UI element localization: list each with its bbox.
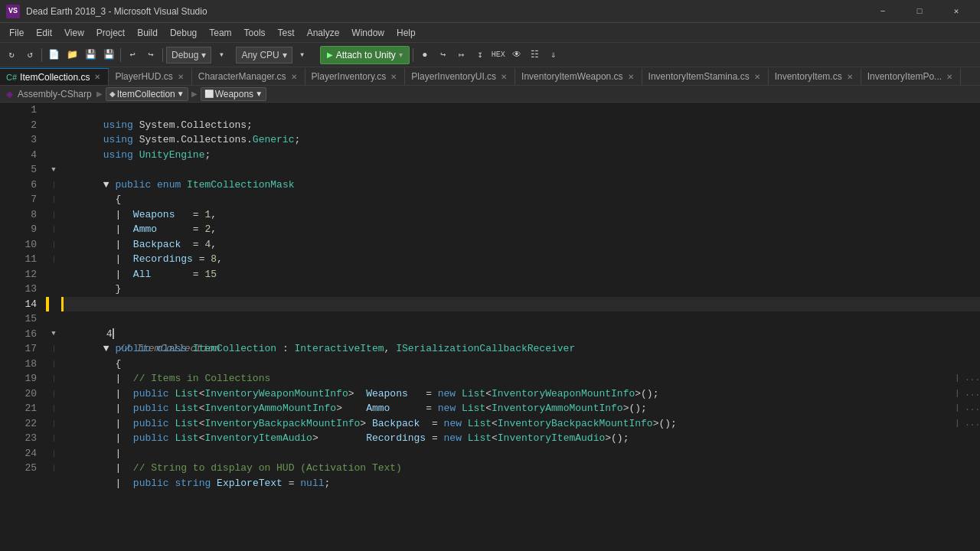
maximize-button[interactable]: □: [902, 0, 937, 23]
toolbar: ↻ ↺ 📄 📁 💾 💾 ↩ ↪ Debug ▾ ▾ Any CPU ▾ ▾ ▶ …: [0, 43, 980, 67]
breadcrumb-member-dropdown[interactable]: ⬜ Weapons ▼: [201, 87, 266, 101]
tab-close-icon[interactable]: ✕: [176, 72, 185, 82]
toolbar-watch-btn[interactable]: 👁: [508, 47, 525, 64]
tab-close-icon[interactable]: ✕: [945, 72, 954, 82]
gutter-5[interactable]: ▼: [46, 162, 61, 178]
code-editor[interactable]: 1 2 3 4 5 6 7 8 9 10 11 12 13 14 15 16 1…: [0, 103, 980, 551]
toolbar-hex-btn[interactable]: HEX: [490, 47, 507, 64]
tab-inventoryitemweapon[interactable]: InventoryItemWeapon.cs ✕: [515, 68, 642, 85]
gutter-24: ｜: [46, 446, 61, 461]
menu-test[interactable]: Test: [272, 24, 301, 41]
line-num-17: 17: [0, 341, 37, 357]
breadcrumb-symbol-dropdown[interactable]: ◆ ItemCollection ▼: [106, 87, 188, 101]
tab-close-icon[interactable]: ✕: [753, 72, 762, 82]
tab-close-icon[interactable]: ✕: [845, 72, 854, 82]
gutter-18: ｜: [46, 357, 61, 372]
code-content[interactable]: using System.Collections; using System.C…: [61, 103, 980, 551]
debug-config-dropdown[interactable]: Debug ▾: [166, 47, 211, 64]
yellow-indicator: [61, 297, 64, 312]
tab-playerinventory[interactable]: PlayerInventory.cs ✕: [305, 68, 406, 85]
toolbar-sep3: [162, 48, 163, 62]
menu-edit[interactable]: Edit: [30, 24, 58, 41]
tab-label: PlayerInventoryUI.cs: [411, 71, 496, 82]
menu-analyze[interactable]: Analyze: [301, 24, 346, 41]
gutter-7: ｜: [46, 192, 61, 207]
toolbar-save-btn[interactable]: 💾: [82, 47, 99, 64]
toolbar-new-btn[interactable]: 📄: [45, 47, 62, 64]
gutter-11: ｜: [46, 252, 61, 267]
line-num-16: 16: [0, 327, 37, 342]
gutter-1: [46, 103, 61, 118]
ghost-hint-20: | ...: [955, 386, 980, 402]
toolbar-back-btn[interactable]: ↻: [3, 47, 20, 64]
tab-close-icon[interactable]: ✕: [499, 72, 508, 82]
menu-bar: File Edit View Project Build Debug Team …: [0, 23, 980, 43]
code-line-11: | All = 15: [61, 252, 980, 267]
tab-inventoryitempo[interactable]: InventoryItemPo... ✕: [861, 68, 961, 85]
menu-view[interactable]: View: [58, 24, 90, 41]
line-numbers: 1 2 3 4 5 6 7 8 9 10 11 12 13 14 15 16 1…: [0, 103, 46, 551]
platform-dropdown[interactable]: Any CPU ▾: [236, 47, 292, 64]
menu-help[interactable]: Help: [390, 24, 422, 41]
tab-inventoryitem[interactable]: InventoryItem.cs ✕: [769, 68, 861, 85]
toolbar-stepout-btn[interactable]: ↧: [472, 47, 488, 64]
menu-debug[interactable]: Debug: [164, 24, 203, 41]
code-line-14: 4 // ItemCollection: [61, 297, 980, 312]
collapse-gutter: ▼ ｜ ｜ ｜ ｜ ｜ ｜ ▼ ｜ ｜ ｜ ｜ ｜ ｜ ｜ ｜ ｜: [46, 103, 61, 551]
toolbar-open-btn[interactable]: 📁: [64, 47, 80, 64]
gutter-17: ｜: [46, 341, 61, 357]
gutter-16[interactable]: ▼: [46, 327, 61, 342]
toolbar-locals-btn[interactable]: ☷: [527, 47, 544, 64]
toolbar-breakpt-btn[interactable]: ●: [416, 47, 433, 64]
code-line-17: {: [61, 341, 980, 357]
menu-window[interactable]: Window: [345, 24, 390, 41]
code-line-8: | Ammo = 2,: [61, 207, 980, 223]
line-num-9: 9: [0, 222, 37, 237]
tab-close-icon[interactable]: ✕: [626, 72, 635, 82]
tab-charactermanager[interactable]: CharacterManager.cs ✕: [192, 68, 305, 85]
menu-build[interactable]: Build: [131, 24, 164, 41]
code-line-10: | Recordings = 8,: [61, 237, 980, 253]
tab-label: InventoryItemWeapon.cs: [521, 71, 623, 82]
minimize-button[interactable]: −: [865, 0, 900, 23]
tab-inventoryitemstamina[interactable]: InventoryItemStamina.cs ✕: [642, 68, 769, 85]
tab-close-icon[interactable]: ✕: [93, 72, 102, 82]
code-line-4: [61, 148, 980, 163]
menu-file[interactable]: File: [3, 24, 30, 41]
tab-playerhud[interactable]: PlayerHUD.cs ✕: [109, 68, 191, 85]
close-button[interactable]: ✕: [939, 0, 974, 23]
toolbar-plat-btn[interactable]: ▾: [294, 47, 311, 64]
tab-close-icon[interactable]: ✕: [289, 72, 299, 82]
tab-itemcollection[interactable]: C# ItemCollection.cs ✕: [0, 68, 109, 85]
project-icon: ◆: [6, 89, 13, 99]
breadcrumb-project[interactable]: Assembly-CSharp: [16, 89, 93, 99]
gutter-8: ｜: [46, 207, 61, 223]
toolbar-undo-btn[interactable]: ↩: [124, 47, 141, 64]
menu-tools[interactable]: Tools: [238, 24, 272, 41]
attach-to-unity-button[interactable]: ▶ Attach to Unity ▾: [320, 46, 410, 64]
code-line-1: using System.Collections;: [61, 103, 980, 118]
toolbar-config-btn[interactable]: ▾: [213, 47, 230, 64]
gutter-13: [46, 282, 61, 297]
code-line-13: [61, 282, 980, 297]
toolbar-fwd-btn[interactable]: ↺: [21, 47, 38, 64]
menu-team[interactable]: Team: [203, 24, 237, 41]
tab-playerinventoryui[interactable]: PlayerInventoryUI.cs ✕: [405, 68, 515, 85]
line-num-12: 12: [0, 267, 37, 282]
toolbar-redo-btn[interactable]: ↪: [142, 47, 159, 64]
tab-close-icon[interactable]: ✕: [389, 72, 398, 82]
line-num-18: 18: [0, 357, 37, 372]
code-line-5: ▼ public enum ItemCollectionMask: [61, 162, 980, 178]
gutter-3: [46, 132, 61, 148]
tab-label: InventoryItemPo...: [867, 71, 942, 82]
gutter-14: [46, 297, 49, 312]
toolbar-saveall-btn[interactable]: 💾: [100, 47, 117, 64]
code-line-12: }: [61, 267, 980, 282]
code-line-3: using UnityEngine;: [61, 132, 980, 148]
toolbar-step-btn[interactable]: ↪: [435, 47, 452, 64]
menu-project[interactable]: Project: [90, 24, 131, 41]
toolbar-stepover-btn[interactable]: ↦: [453, 47, 470, 64]
ghost-hint-19: | ...: [955, 371, 980, 386]
code-line-18: | // Items in Collections: [61, 357, 980, 372]
toolbar-call-btn[interactable]: ⇓: [545, 47, 562, 64]
